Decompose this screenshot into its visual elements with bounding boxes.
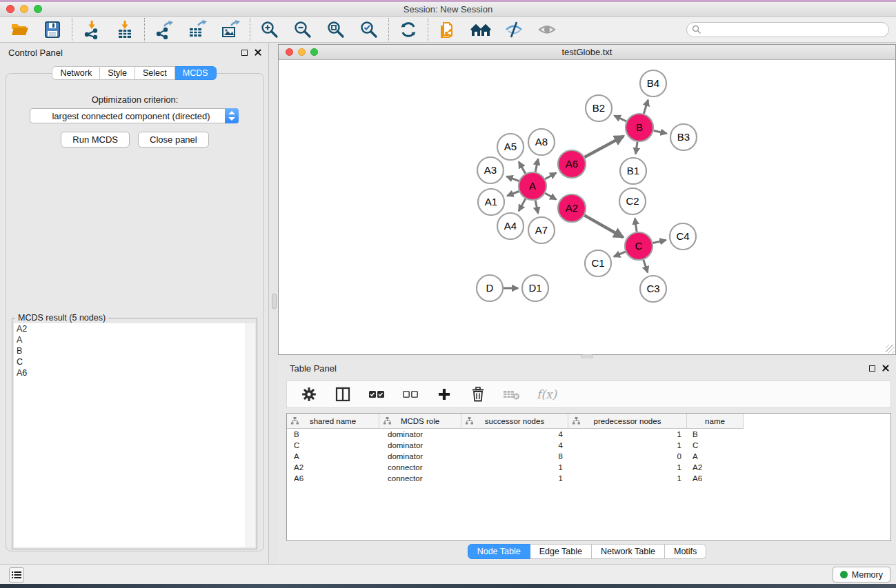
node-table[interactable]: shared nameMCDS rolesuccessor nodesprede… [286,413,891,541]
table-cell[interactable]: B [687,429,744,440]
save-session-icon[interactable] [42,19,63,40]
zoom-out-icon[interactable] [292,19,313,40]
search-input[interactable] [686,22,889,37]
graph-edge-A2-C[interactable] [584,215,623,237]
table-row[interactable]: Bdominator41B [287,429,890,440]
table-cell[interactable]: 1 [461,473,568,484]
graph-edge-A6-B[interactable] [584,136,624,157]
table-tab-network-table[interactable]: Network Table [592,544,665,559]
table-cell[interactable]: C [287,440,379,451]
graph-edge-C-C4[interactable] [653,240,666,243]
vertical-divider-grip[interactable] [272,294,277,309]
table-tab-edge-table[interactable]: Edge Table [530,544,592,559]
table-cell[interactable]: B [287,429,379,440]
zoom-in-icon[interactable] [259,19,280,40]
table-cell[interactable]: A2 [687,462,744,473]
graph-edge-B-B3[interactable] [654,130,667,133]
columns-icon[interactable] [334,385,352,403]
export-table-icon[interactable] [187,19,208,40]
network-canvas[interactable]: AA1A2A3A4A5A6A7A8BB1B2B3B4CC1C2C3C4DD1 [279,61,895,354]
table-cell[interactable]: A6 [687,473,744,484]
memory-button[interactable]: Memory [833,567,890,582]
window-resize-grip[interactable] [886,345,895,354]
mcds-result-item[interactable]: A2 [14,323,255,334]
column-header-name[interactable]: name [687,414,744,429]
refresh-layout-icon[interactable] [398,19,419,40]
mcds-list-scrollbar[interactable] [246,323,255,547]
gear-icon[interactable] [300,385,318,403]
graph-edge-A-A7[interactable] [535,201,538,214]
graph-edge-B-B1[interactable] [636,142,637,154]
graph-edge-A-A6[interactable] [545,173,556,179]
column-header-successor-nodes[interactable]: successor nodes [461,414,568,429]
graph-edge-A-A4[interactable] [519,199,526,211]
task-history-button[interactable] [9,567,24,582]
zoom-fit-icon[interactable] [326,19,346,40]
mcds-result-item[interactable]: A6 [14,367,255,378]
column-header-predecessor-nodes[interactable]: predecessor nodes [568,414,687,429]
close-table-panel-icon[interactable] [882,365,889,372]
float-panel-icon[interactable] [241,50,248,56]
tab-mcds[interactable]: MCDS [175,66,217,80]
table-cell[interactable]: 4 [461,440,568,451]
destroy-table-icon[interactable] [503,385,521,403]
table-cell[interactable]: 1 [568,429,687,440]
table-tab-node-table[interactable]: Node Table [468,544,530,559]
export-image-icon[interactable] [220,19,241,40]
export-network-icon[interactable] [154,19,175,40]
graph-edge-B-B4[interactable] [644,100,648,114]
table-cell[interactable]: 8 [461,451,568,462]
delete-icon[interactable] [469,385,487,403]
run-mcds-button[interactable]: Run MCDS [61,132,130,148]
table-cell[interactable]: dominator [379,451,461,462]
table-cell[interactable]: connector [379,473,461,484]
column-header-shared-name[interactable]: shared name [287,414,379,429]
graph-edge-A-A1[interactable] [507,192,519,196]
tab-network[interactable]: Network [52,66,100,80]
graph-edge-B-B2[interactable] [615,116,626,121]
table-cell[interactable]: 1 [568,462,687,473]
table-cell[interactable]: dominator [379,440,461,451]
graph-edge-C-C1[interactable] [614,252,626,256]
open-session-icon[interactable] [9,19,30,40]
select-all-icon[interactable] [368,385,386,403]
table-cell[interactable]: A [687,451,744,462]
table-row[interactable]: A6connector11A6 [287,473,890,484]
table-cell[interactable]: connector [379,462,461,473]
duplicate-network-icon[interactable] [437,19,458,40]
table-row[interactable]: A2connector11A2 [287,462,890,473]
show-hidden-eye-icon[interactable] [537,19,557,40]
graph-edge-A-A3[interactable] [506,176,519,181]
close-panel-icon[interactable] [255,49,261,56]
table-cell[interactable]: C [687,440,744,451]
table-cell[interactable]: 1 [568,473,687,484]
table-row[interactable]: Adominator80A [287,451,890,462]
graph-edge-A-A5[interactable] [519,162,525,174]
table-cell[interactable]: 4 [461,429,568,440]
zoom-selected-icon[interactable] [359,19,379,40]
optimization-dropdown[interactable]: largest connected component (directed) [30,108,239,123]
tab-select[interactable]: Select [135,66,175,80]
close-panel-button[interactable]: Close panel [138,132,209,148]
graph-edge-A-A8[interactable] [535,159,538,172]
table-cell[interactable]: A2 [287,462,379,473]
graph-edge-A-A2[interactable] [545,193,556,199]
mcds-result-item[interactable]: A [14,334,255,345]
hide-selected-eye-slash-icon[interactable] [504,19,524,40]
float-table-panel-icon[interactable] [869,365,875,372]
column-header-mcds-role[interactable]: MCDS role [379,414,461,429]
import-network-icon[interactable] [81,19,102,40]
table-cell[interactable]: dominator [379,429,461,440]
mcds-result-item[interactable]: C [14,356,255,367]
unselect-all-icon[interactable] [401,385,419,403]
table-row[interactable]: Cdominator41C [287,440,890,451]
table-cell[interactable]: A [287,451,379,462]
mcds-result-item[interactable]: B [14,345,255,356]
table-cell[interactable]: 1 [568,440,687,451]
function-builder-icon[interactable]: f(x) [537,387,557,401]
add-icon[interactable] [435,385,453,403]
import-table-icon[interactable] [115,19,135,40]
table-cell[interactable]: 0 [568,451,687,462]
graph-edge-C-C3[interactable] [644,260,648,272]
table-tab-motifs[interactable]: Motifs [665,544,706,559]
